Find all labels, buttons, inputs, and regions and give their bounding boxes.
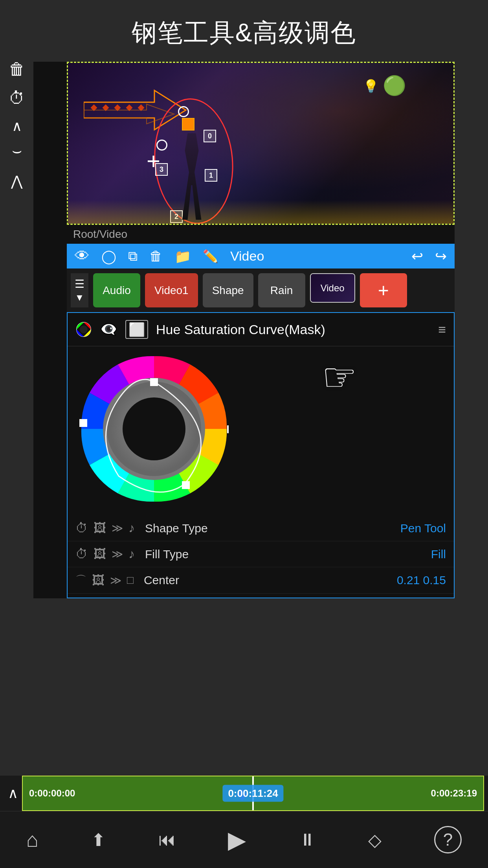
control-point-3[interactable]: 3 (155, 163, 168, 176)
road (68, 200, 453, 224)
prop-icon-image: 🖼 (94, 521, 106, 535)
property-shape-type[interactable]: ⏱ 🖼 ≫ ♪ Shape Type Pen Tool (68, 515, 454, 541)
prop-icon-fast3: ≫ (110, 574, 121, 587)
track-rain[interactable]: Rain (258, 273, 305, 307)
wheel-cp-bottom-right (182, 481, 190, 489)
svg-point-8 (80, 326, 88, 333)
copy-icon[interactable]: ⧉ (128, 248, 138, 264)
control-point-1[interactable]: 1 (205, 169, 217, 182)
color-wheel-area: ☞ (68, 346, 454, 511)
pen-curve-icon[interactable]: ⌢ (12, 146, 22, 162)
breadcrumb: Root/Video (67, 225, 455, 244)
breadcrumb-text: Root/Video (73, 228, 127, 240)
timeline-header: ∧ 0:00:00:00 ◆ 0:00:11:24 0:00:23:19 (0, 776, 488, 811)
pause-icon[interactable]: ⏸ (299, 830, 316, 850)
prop-icon-image2: 🖼 (94, 547, 106, 561)
prop-icons-3: ⌒ 🖼 ≫ □ (75, 573, 134, 588)
property-center[interactable]: ⌒ 🖼 ≫ □ Center 0.21 0.15 (68, 567, 454, 594)
wheel-cp-right (227, 425, 229, 433)
skip-back-icon[interactable]: ⏮ (158, 830, 176, 850)
page-title: 钢笔工具&高级调色 (132, 18, 357, 47)
effect-header: 👁‍🗨 ⬜ Hue Saturation Curve(Mask) ≡ (68, 313, 454, 346)
control-point-active[interactable] (182, 118, 194, 131)
play-icon[interactable]: ▶ (228, 826, 246, 853)
timeline: ∧ 0:00:00:00 ◆ 0:00:11:24 0:00:23:19 (0, 776, 488, 811)
header: 钢笔工具&高级调色 (0, 0, 488, 62)
video-frame[interactable]: + 0 1 2 3 🟢 💡 (67, 62, 455, 225)
prop-icon-music2: ♪ (128, 547, 135, 561)
left-toolbar: 🗑 ⏱ ∧ ⌢ ⋀ (0, 61, 33, 188)
pen-icon[interactable]: ✏️ (203, 249, 218, 264)
control-point-0[interactable]: 0 (204, 130, 216, 142)
mask-icon[interactable]: ⬜ (125, 320, 148, 339)
track-shape[interactable]: Shape (203, 273, 253, 307)
timeline-track[interactable]: 0:00:00:00 ◆ 0:00:11:24 0:00:23:19 (22, 776, 484, 811)
prop-label-shape-type: Shape Type (145, 522, 394, 535)
wheel-cp-left (79, 419, 87, 427)
control-circle-left[interactable] (156, 140, 167, 151)
prop-label-fill-type: Fill Type (145, 548, 425, 561)
prop-icons-2: ⏱ 🖼 ≫ ♪ (75, 547, 135, 561)
delete-icon[interactable]: 🗑 (149, 248, 163, 264)
help-icon[interactable]: ? (434, 826, 462, 853)
prop-icon-timer: ⏱ (75, 521, 88, 535)
property-fill-type[interactable]: ⏱ 🖼 ≫ ♪ Fill Type Fill (68, 541, 454, 567)
track-video-thumb: Video (311, 274, 354, 302)
share-icon[interactable]: ⬆ (91, 830, 106, 850)
prop-label-center: Center (144, 574, 391, 587)
prop-icon-fast: ≫ (112, 522, 123, 535)
prop-value-fill-type[interactable]: Fill (431, 548, 446, 561)
arrow-up-icon[interactable]: ∧ (12, 119, 22, 133)
toolbar: 👁 ◯ ⧉ 🗑 📁 ✏️ Video ↩ ↪ (67, 244, 455, 268)
traffic-light: 🟢 (383, 75, 406, 97)
track-audio[interactable]: Audio (93, 273, 140, 307)
prop-value-shape-type[interactable]: Pen Tool (400, 522, 446, 535)
timer-icon[interactable]: ⏱ (9, 90, 25, 107)
trash-icon[interactable]: 🗑 (9, 61, 25, 77)
hand-icon: ☞ (322, 354, 357, 400)
video-background: + 0 1 2 3 🟢 💡 (68, 63, 453, 224)
undo-icon[interactable]: ↩ (411, 248, 423, 265)
redo-icon[interactable]: ↪ (435, 248, 447, 265)
pen-anchor-icon[interactable]: ⋀ (11, 174, 23, 188)
control-circle-top[interactable] (178, 106, 189, 117)
prop-icon-square: □ (127, 574, 134, 587)
track-expand-button[interactable]: ☰ ▼ (71, 273, 88, 307)
wheel-cp-top (150, 378, 158, 386)
effect-panel: 👁‍🗨 ⬜ Hue Saturation Curve(Mask) ≡ (67, 312, 455, 598)
color-wheel-icon[interactable] (75, 321, 92, 338)
color-wheel-svg (79, 354, 229, 504)
prop-icon-image3: 🖼 (92, 573, 105, 588)
color-wheel-wrapper[interactable] (79, 354, 229, 504)
hand-cursor-area: ☞ (237, 354, 442, 400)
prop-value-center[interactable]: 0.21 0.15 (397, 574, 446, 587)
timeline-current-time: 0:00:11:24 (222, 785, 283, 802)
prop-icon-music: ♪ (128, 521, 135, 535)
svg-point-13 (123, 397, 185, 460)
home-icon[interactable]: ⌂ (26, 828, 39, 851)
timeline-end: 0:00:23:19 (431, 788, 477, 799)
prop-icons-1: ⏱ 🖼 ≫ ♪ (75, 521, 135, 535)
track-add-button[interactable]: + (360, 273, 407, 307)
folder-icon[interactable]: 📁 (174, 248, 191, 264)
preview-container: + 0 1 2 3 🟢 💡 Root/Video 👁 ◯ ⧉ 🗑 📁 (33, 62, 455, 598)
toolbar-label: Video (230, 248, 400, 264)
prop-icon-timer2: ⏱ (75, 547, 88, 561)
track-video-selected[interactable]: Video (310, 273, 355, 303)
eye-icon[interactable]: 👁 (75, 248, 90, 265)
prop-icon-curve: ⌒ (75, 573, 86, 588)
menu-icon[interactable]: ≡ (438, 322, 446, 337)
timeline-start: 0:00:00:00 (29, 788, 75, 799)
visibility-icon[interactable]: 👁‍🗨 (100, 321, 117, 338)
properties-list: ⏱ 🖼 ≫ ♪ Shape Type Pen Tool ⏱ 🖼 ≫ ♪ Fill… (68, 511, 454, 598)
street-light: 💡 (363, 79, 379, 94)
circle-icon[interactable]: ◯ (101, 248, 116, 264)
track-video1[interactable]: Video1 (145, 273, 198, 307)
effect-title: Hue Saturation Curve(Mask) (156, 322, 430, 337)
diamond-icon[interactable]: ◇ (368, 830, 382, 850)
track-list: ☰ ▼ Audio Video1 Shape Rain Video + (67, 268, 455, 312)
prop-icon-fast2: ≫ (112, 548, 123, 561)
timeline-collapse-button[interactable]: ∧ (4, 781, 22, 805)
bottom-nav: ⌂ ⬆ ⏮ ▶ ⏸ ◇ ? (0, 811, 488, 868)
